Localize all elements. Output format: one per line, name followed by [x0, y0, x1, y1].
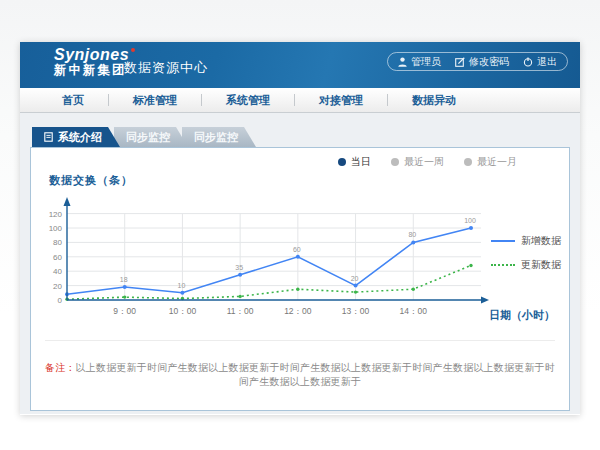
svg-text:80: 80: [408, 231, 416, 238]
radio-label: 最近一月: [477, 155, 517, 169]
nav-item-interface-mgmt[interactable]: 对接管理: [295, 93, 387, 108]
app-window: Synjones 新中新集团 数据资源中心 管理员 修改密码 退出 首页 标准管…: [20, 42, 580, 415]
nav-item-system-mgmt[interactable]: 系统管理: [202, 93, 294, 108]
radio-label: 当日: [351, 155, 371, 169]
line-chart: 0204060801001209：0010：0011：0012：0013：001…: [41, 190, 499, 330]
tab-label: 同步监控: [194, 130, 238, 145]
svg-text:0: 0: [58, 296, 63, 305]
app-header: Synjones 新中新集团 数据资源中心 管理员 修改密码 退出: [20, 42, 580, 88]
tab-bar: 系统介绍 同步监控 同步监控: [32, 127, 256, 147]
svg-text:18: 18: [120, 276, 128, 283]
legend-label: 更新数据: [521, 258, 561, 272]
y-axis-title: 数据交换（条）: [49, 173, 133, 188]
svg-text:60: 60: [53, 253, 62, 262]
note-label: 备注：: [45, 362, 76, 373]
registered-mark-icon: [131, 48, 135, 52]
user-bar: 管理员 修改密码 退出: [387, 52, 568, 71]
svg-text:14：00: 14：00: [400, 306, 428, 316]
main-nav: 首页 标准管理 系统管理 对接管理 数据异动: [20, 88, 580, 113]
chart-wrap: 0204060801001209：0010：0011：0012：0013：001…: [41, 190, 499, 334]
power-icon: [523, 57, 533, 67]
nav-item-standard-mgmt[interactable]: 标准管理: [109, 93, 201, 108]
svg-text:100: 100: [49, 224, 63, 233]
legend-item-new-data: 新增数据: [491, 234, 561, 248]
user-icon: [398, 57, 407, 67]
logout-label: 退出: [537, 55, 557, 69]
change-password-label: 修改密码: [469, 55, 509, 69]
svg-text:11：00: 11：00: [227, 306, 254, 316]
brand-logo-text: Synjones: [54, 46, 129, 63]
tab-sync-monitor-2[interactable]: 同步监控: [182, 127, 256, 147]
tab-label: 同步监控: [126, 130, 170, 145]
time-range-filter: 当日 最近一周 最近一月: [338, 155, 517, 169]
svg-text:20: 20: [351, 275, 359, 282]
svg-text:40: 40: [53, 267, 62, 276]
svg-text:9：00: 9：00: [113, 306, 136, 316]
content-area: 系统介绍 同步监控 同步监控 当日 最近一周: [20, 113, 580, 414]
note-text: 以上数据更新于时间产生数据以上数据更新于时间产生数据以上数据更新于时间产生数据以…: [76, 362, 555, 387]
svg-text:100: 100: [464, 217, 476, 224]
radio-unselected-icon: [464, 158, 472, 166]
chart-legend: 新增数据 更新数据: [491, 234, 561, 272]
svg-text:35: 35: [235, 264, 243, 271]
svg-text:120: 120: [49, 210, 63, 219]
change-password-button[interactable]: 修改密码: [455, 55, 509, 69]
x-axis-title: 日期（小时）: [489, 308, 555, 323]
svg-text:60: 60: [293, 246, 301, 253]
svg-text:13：00: 13：00: [342, 306, 370, 316]
admin-user-button[interactable]: 管理员: [398, 55, 441, 69]
svg-text:12：00: 12：00: [284, 306, 312, 316]
radio-last-month[interactable]: 最近一月: [464, 155, 517, 169]
admin-user-label: 管理员: [411, 55, 441, 69]
svg-text:80: 80: [53, 238, 62, 247]
tab-label: 系统介绍: [58, 130, 102, 145]
chart-panel: 当日 最近一周 最近一月 数据交换（条） 0204060801001209：00…: [30, 147, 570, 411]
svg-text:10: 10: [178, 282, 186, 289]
radio-label: 最近一周: [404, 155, 444, 169]
tab-system-intro[interactable]: 系统介绍: [32, 127, 120, 147]
svg-text:10：00: 10：00: [169, 306, 197, 316]
brand-logo: Synjones 新中新集团: [54, 47, 135, 77]
logout-button[interactable]: 退出: [523, 55, 557, 69]
svg-text:20: 20: [53, 282, 62, 291]
radio-last-week[interactable]: 最近一周: [391, 155, 444, 169]
blue-line-icon: [491, 240, 515, 242]
brand-logo-sub: 新中新集团: [54, 64, 135, 77]
nav-item-home[interactable]: 首页: [38, 93, 108, 108]
nav-item-data-change[interactable]: 数据异动: [388, 93, 480, 108]
green-dotted-line-icon: [491, 264, 515, 266]
footer-note: 备注：以上数据更新于时间产生数据以上数据更新于时间产生数据以上数据更新于时间产生…: [45, 340, 555, 389]
radio-unselected-icon: [391, 158, 399, 166]
legend-item-updated-data: 更新数据: [491, 258, 561, 272]
page-title: 数据资源中心: [124, 59, 208, 77]
legend-label: 新增数据: [521, 234, 561, 248]
tab-sync-monitor-1[interactable]: 同步监控: [114, 127, 188, 147]
radio-today[interactable]: 当日: [338, 155, 371, 169]
edit-icon: [455, 57, 465, 67]
radio-selected-icon: [338, 158, 346, 166]
document-icon: [44, 132, 53, 142]
